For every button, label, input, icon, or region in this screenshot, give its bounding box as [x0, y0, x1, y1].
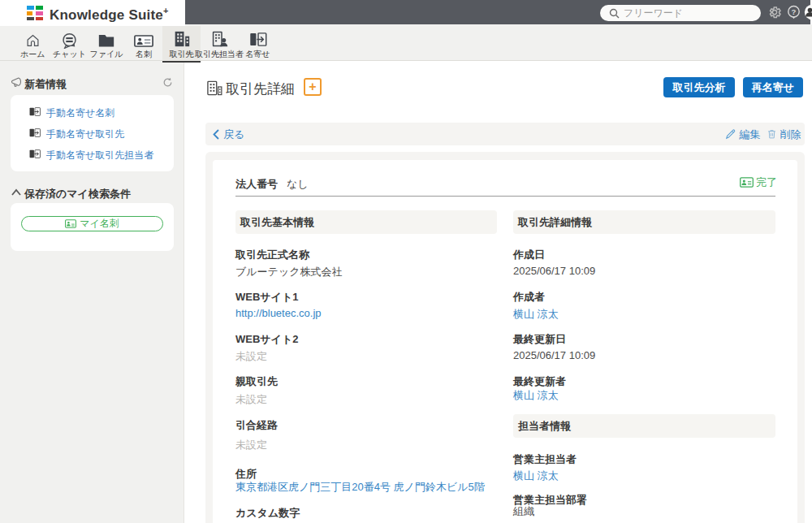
svg-text:?: ?	[792, 7, 797, 16]
